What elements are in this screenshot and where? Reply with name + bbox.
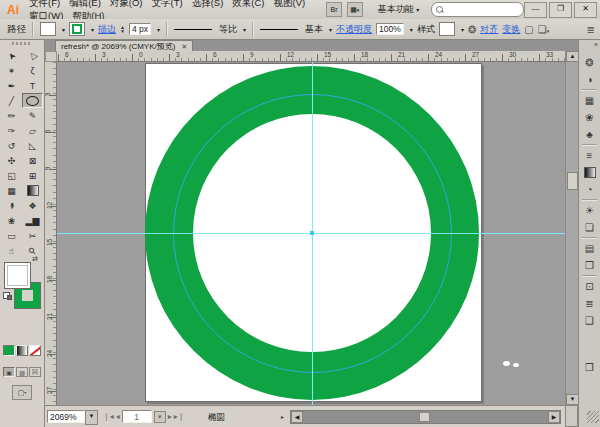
scroll-down-icon[interactable]: ▼ bbox=[566, 394, 579, 405]
draw-behind-button[interactable]: ▨ bbox=[16, 367, 28, 377]
canvas-viewport[interactable] bbox=[57, 62, 565, 405]
menu-item[interactable]: 选择(S) bbox=[192, 0, 224, 8]
zoom-dropdown-icon[interactable]: ▼ bbox=[85, 410, 98, 425]
recolor-artwork-icon[interactable]: ❂ bbox=[468, 24, 476, 35]
mesh-tool[interactable]: ▦ bbox=[1, 183, 22, 198]
center-anchor-point[interactable] bbox=[310, 231, 314, 235]
fill-color-indicator[interactable] bbox=[4, 262, 31, 289]
menu-item[interactable]: 视图(V) bbox=[274, 0, 306, 8]
artboard-tool[interactable]: ▭ bbox=[1, 228, 22, 243]
arrange-documents-icon[interactable]: ▦▾ bbox=[347, 2, 363, 17]
transform-panel-icon[interactable]: ⊡ bbox=[579, 278, 600, 295]
vertical-ruler[interactable]: 369121518212427 bbox=[45, 62, 57, 405]
opacity-value[interactable]: 100% bbox=[376, 23, 404, 35]
graphic-styles-panel-icon[interactable]: ❏ bbox=[579, 219, 600, 236]
last-artboard-icon[interactable]: ▸❘ bbox=[174, 412, 185, 421]
workspace-switcher[interactable]: 基本功能 ▾ bbox=[378, 3, 420, 16]
ruler-origin-corner[interactable] bbox=[45, 51, 57, 62]
screen-mode-button[interactable]: ▢▾ bbox=[12, 385, 32, 400]
perspective-grid-tool[interactable]: ⊞ bbox=[22, 168, 43, 183]
minimize-button[interactable]: — bbox=[524, 2, 547, 18]
horizontal-ruler[interactable]: 6303691215182124273033 bbox=[57, 51, 565, 62]
width-tool[interactable]: ✣ bbox=[1, 153, 22, 168]
lasso-tool[interactable]: ζ bbox=[22, 63, 43, 78]
blend-tool[interactable]: ❖ bbox=[22, 198, 43, 213]
horizontal-scroll-thumb[interactable] bbox=[419, 412, 430, 422]
swap-fill-stroke-icon[interactable]: ⇄ bbox=[32, 255, 38, 263]
fill-swatch[interactable] bbox=[40, 22, 56, 36]
width-profile-dropdown-icon[interactable]: ▾ bbox=[243, 26, 246, 33]
rotate-tool[interactable]: ↺ bbox=[1, 138, 22, 153]
none-mode-button[interactable] bbox=[29, 345, 41, 356]
symbols-panel-icon[interactable]: ❀ bbox=[579, 109, 600, 126]
align-panel-icon[interactable]: ≣ bbox=[579, 295, 600, 312]
previous-artboard-icon[interactable]: ◂ bbox=[116, 412, 120, 421]
first-artboard-icon[interactable]: ❘◂ bbox=[103, 412, 114, 421]
gradient-panel-icon[interactable] bbox=[579, 164, 600, 181]
column-graph-tool[interactable]: ▂▆ bbox=[22, 213, 43, 228]
symbol-sprayer-tool[interactable]: ❀ bbox=[1, 213, 22, 228]
magic-wand-tool[interactable]: ✶ bbox=[1, 63, 22, 78]
horizontal-scrollbar[interactable]: ◀ ▶ bbox=[290, 410, 561, 424]
symbols-library-panel-icon[interactable]: ❒ bbox=[579, 359, 600, 376]
blob-brush-tool[interactable]: ✑ bbox=[1, 123, 22, 138]
paintbrush-tool[interactable]: ✏ bbox=[1, 108, 22, 123]
menu-item[interactable]: 文字(T) bbox=[152, 0, 183, 8]
bridge-icon[interactable]: Br bbox=[326, 2, 342, 17]
opacity-dropdown-icon[interactable]: ▾ bbox=[410, 26, 413, 33]
swatches-panel-icon[interactable]: ▦ bbox=[579, 92, 600, 109]
free-transform-tool[interactable]: ⊠ bbox=[22, 153, 43, 168]
vertical-scroll-thumb[interactable] bbox=[567, 172, 578, 190]
stroke-width-value[interactable]: 4 px bbox=[129, 23, 151, 35]
direct-selection-tool[interactable]: ▷ bbox=[22, 48, 43, 63]
layers-panel-icon[interactable]: ▤ bbox=[579, 240, 600, 257]
scale-tool[interactable]: ◺ bbox=[22, 138, 43, 153]
draw-normal-button[interactable]: ▣ bbox=[3, 367, 15, 377]
stroke-dropdown-icon[interactable]: ▾ bbox=[91, 26, 94, 33]
restore-button[interactable]: ❐ bbox=[549, 2, 572, 18]
isolate-object-icon[interactable]: ❏▾ bbox=[538, 24, 549, 35]
transform-panel-link[interactable]: 变换 bbox=[502, 23, 520, 36]
next-artboard-icon[interactable]: ▸ bbox=[168, 412, 172, 421]
gradient-mode-button[interactable] bbox=[16, 345, 28, 356]
expand-dock-icon[interactable]: « bbox=[594, 41, 598, 48]
resize-grip-icon[interactable] bbox=[587, 411, 599, 423]
style-dropdown-icon[interactable]: ▾ bbox=[461, 26, 464, 33]
menu-item[interactable]: 编辑(E) bbox=[69, 0, 101, 8]
stroke-width-dropdown-icon[interactable]: ▾ bbox=[157, 26, 160, 33]
slice-tool[interactable]: ✂ bbox=[22, 228, 43, 243]
stroke-panel-icon[interactable]: ≡ bbox=[579, 147, 600, 164]
scroll-right-icon[interactable]: ▶ bbox=[548, 411, 560, 423]
default-fill-stroke-icon[interactable] bbox=[3, 292, 14, 301]
fill-dropdown-icon[interactable]: ▾ bbox=[62, 26, 65, 33]
selection-tool[interactable]: ➤ bbox=[1, 48, 22, 63]
artboards-panel-icon[interactable]: ❐ bbox=[579, 257, 600, 274]
search-input[interactable] bbox=[431, 2, 524, 17]
scroll-up-icon[interactable]: ▲ bbox=[566, 51, 579, 62]
stroke-width-stepper[interactable]: ▲▼ bbox=[120, 25, 125, 33]
pathfinder-panel-icon[interactable]: ❑ bbox=[579, 312, 600, 329]
color-panel-icon[interactable]: ❂ bbox=[579, 54, 600, 71]
control-panel-menu-icon[interactable]: ≣ bbox=[587, 24, 595, 35]
stroke-panel-link[interactable]: 描边 bbox=[98, 23, 116, 36]
hand-tool[interactable]: ☝ bbox=[1, 243, 22, 258]
shape-builder-tool[interactable]: ◱ bbox=[1, 168, 22, 183]
pencil-tool[interactable]: ✎ bbox=[22, 108, 43, 123]
eraser-tool[interactable]: ▱ bbox=[22, 123, 43, 138]
gradient-tool[interactable] bbox=[22, 183, 43, 198]
close-button[interactable]: ✕ bbox=[574, 2, 597, 18]
tab-close-icon[interactable]: ✕ bbox=[181, 43, 187, 51]
brush-dropdown-icon[interactable]: ▾ bbox=[329, 26, 332, 33]
draw-inside-button[interactable]: 回 bbox=[29, 367, 41, 377]
line-segment-tool[interactable]: ╱ bbox=[1, 93, 22, 108]
vertical-scrollbar[interactable]: ▲ ▼ bbox=[565, 51, 578, 405]
menu-item[interactable]: 文件(F) bbox=[29, 0, 60, 8]
color-guide-panel-icon[interactable]: ◑ bbox=[579, 71, 600, 88]
style-swatch[interactable] bbox=[439, 22, 455, 36]
menu-item[interactable]: 对象(O) bbox=[110, 0, 143, 8]
artboard-number-value[interactable]: 1 bbox=[122, 410, 152, 423]
toolbar-drag-handle[interactable] bbox=[12, 42, 32, 45]
brushes-panel-icon[interactable]: ♣ bbox=[579, 126, 600, 143]
align-panel-link[interactable]: 对齐 bbox=[480, 23, 498, 36]
scroll-left-icon[interactable]: ◀ bbox=[291, 411, 303, 423]
